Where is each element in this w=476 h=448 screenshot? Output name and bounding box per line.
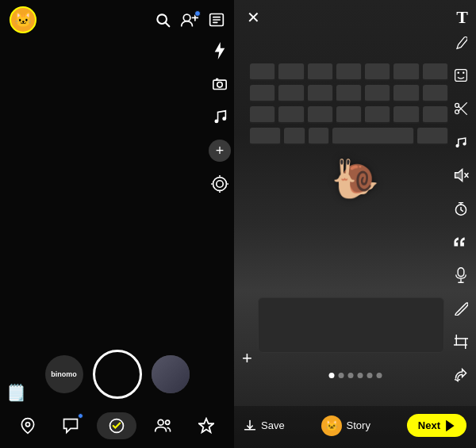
- camera-tools: +: [209, 40, 231, 195]
- key: [365, 85, 390, 102]
- save-button[interactable]: Save: [244, 419, 285, 432]
- mute-tool-button[interactable]: [451, 165, 471, 186]
- story-editor: ✕ T: [234, 0, 476, 448]
- svg-point-22: [158, 419, 163, 425]
- crop-tool-button[interactable]: [451, 331, 471, 352]
- svg-point-14: [213, 178, 227, 191]
- key: [336, 85, 362, 102]
- nav-spotlight[interactable]: [190, 412, 222, 440]
- svg-line-43: [459, 307, 463, 311]
- key: [417, 128, 448, 145]
- lens-button[interactable]: [209, 173, 231, 195]
- avatar-emoji: 🐱: [14, 11, 32, 29]
- text-tool-button[interactable]: T: [456, 7, 468, 28]
- notification-dot: [194, 10, 201, 17]
- key: [250, 63, 275, 81]
- key: [250, 85, 275, 102]
- story-button[interactable]: 🐱 Story: [321, 415, 370, 436]
- key: [393, 106, 419, 124]
- svg-point-12: [214, 119, 218, 123]
- link-tool-button[interactable]: [451, 298, 471, 319]
- dot-1: [328, 373, 334, 378]
- key: [309, 128, 329, 145]
- svg-marker-48: [447, 421, 453, 430]
- key: [308, 85, 333, 102]
- timer-tool-button[interactable]: [451, 198, 471, 219]
- dot-6: [376, 373, 382, 378]
- keyboard-image: [250, 63, 448, 145]
- svg-rect-25: [455, 70, 467, 82]
- svg-point-23: [166, 420, 170, 424]
- key: [393, 85, 419, 102]
- sticker-tool-button[interactable]: [451, 65, 471, 86]
- key: [278, 63, 304, 81]
- key-space: [332, 128, 414, 145]
- quote-tool-button[interactable]: [451, 232, 471, 252]
- memories-button[interactable]: [209, 12, 225, 28]
- dot-2: [338, 373, 344, 378]
- top-bar: 🐱: [0, 0, 234, 40]
- draw-tool-button[interactable]: [451, 32, 471, 52]
- next-label: Next: [418, 419, 440, 431]
- editor-top-bar: ✕ T: [234, 0, 476, 35]
- story-avatar: 🐱: [321, 415, 342, 436]
- filter-binomo[interactable]: binomo: [45, 355, 83, 393]
- mic-tool-button[interactable]: [451, 265, 471, 285]
- avatar[interactable]: 🐱: [10, 6, 36, 33]
- svg-point-15: [217, 181, 223, 187]
- filter-thumb-2[interactable]: [152, 355, 190, 393]
- scissors-tool-button[interactable]: [451, 98, 471, 119]
- key: [336, 63, 362, 81]
- story-background: [234, 0, 476, 448]
- bottom-controls: 🗒️ binomo: [0, 342, 234, 448]
- nav-friends[interactable]: [148, 412, 179, 440]
- key: [308, 63, 333, 81]
- close-button[interactable]: ✕: [242, 6, 264, 29]
- key: [423, 63, 448, 81]
- svg-marker-24: [199, 419, 213, 432]
- chat-notification-dot: [78, 413, 83, 419]
- shutter-button[interactable]: [93, 350, 142, 399]
- nav-activity[interactable]: [97, 412, 136, 439]
- nav-map[interactable]: [12, 412, 44, 440]
- key: [365, 63, 390, 81]
- svg-point-33: [463, 142, 466, 145]
- editor-tools: [451, 32, 471, 385]
- svg-point-2: [183, 14, 190, 21]
- flash-button[interactable]: [209, 40, 231, 62]
- key: [423, 106, 448, 124]
- flip-camera-button[interactable]: [209, 73, 231, 95]
- key: [365, 106, 390, 124]
- svg-marker-34: [455, 170, 463, 182]
- next-button[interactable]: Next: [407, 414, 466, 437]
- add-friend-button[interactable]: [180, 12, 199, 28]
- key: [393, 63, 419, 81]
- svg-point-32: [455, 144, 459, 147]
- story-action-bar: Save 🐱 Story Next: [234, 406, 476, 448]
- key: [336, 106, 362, 124]
- key: [284, 128, 305, 145]
- dot-3: [347, 373, 353, 378]
- music-tool-button[interactable]: [451, 132, 471, 152]
- svg-point-11: [217, 82, 223, 88]
- snail-sticker: 🐌: [332, 157, 379, 201]
- svg-line-1: [166, 23, 170, 27]
- story-progress-dots: [328, 373, 382, 378]
- shutter-area: 🗒️ binomo: [0, 342, 234, 405]
- camera-screen: 🐱: [0, 0, 234, 448]
- key: [423, 85, 448, 102]
- music-button[interactable]: [209, 106, 231, 128]
- add-effect-button[interactable]: +: [209, 140, 231, 162]
- add-to-story-button[interactable]: +: [242, 348, 252, 369]
- svg-rect-40: [458, 268, 464, 277]
- memories-sticker-button[interactable]: 🗒️: [6, 383, 26, 402]
- trackpad: [258, 297, 444, 353]
- svg-point-13: [222, 117, 226, 121]
- key: [278, 85, 304, 102]
- save-label: Save: [261, 419, 285, 431]
- nav-chat[interactable]: [55, 412, 86, 440]
- svg-marker-9: [215, 42, 225, 59]
- redo-tool-button[interactable]: [451, 365, 471, 385]
- search-button[interactable]: [155, 12, 171, 28]
- key: [278, 106, 304, 124]
